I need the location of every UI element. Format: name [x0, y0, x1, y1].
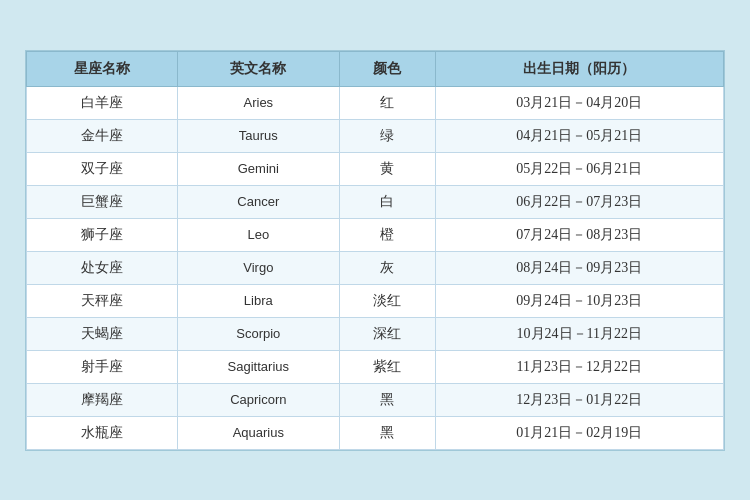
- cell-chinese: 处女座: [27, 251, 178, 284]
- cell-english: Aquarius: [178, 416, 340, 449]
- cell-dates: 07月24日－08月23日: [435, 218, 723, 251]
- cell-dates: 01月21日－02月19日: [435, 416, 723, 449]
- cell-color: 黑: [339, 416, 435, 449]
- cell-color: 黄: [339, 152, 435, 185]
- table-row: 摩羯座Capricorn黑12月23日－01月22日: [27, 383, 724, 416]
- cell-color: 淡红: [339, 284, 435, 317]
- table-row: 射手座Sagittarius紫红11月23日－12月22日: [27, 350, 724, 383]
- table-header-row: 星座名称 英文名称 颜色 出生日期（阳历）: [27, 51, 724, 86]
- table-row: 白羊座Aries红03月21日－04月20日: [27, 86, 724, 119]
- cell-english: Virgo: [178, 251, 340, 284]
- cell-chinese: 双子座: [27, 152, 178, 185]
- cell-color: 绿: [339, 119, 435, 152]
- table-row: 水瓶座Aquarius黑01月21日－02月19日: [27, 416, 724, 449]
- cell-chinese: 狮子座: [27, 218, 178, 251]
- table-row: 天蝎座Scorpio深红10月24日－11月22日: [27, 317, 724, 350]
- cell-english: Scorpio: [178, 317, 340, 350]
- cell-chinese: 巨蟹座: [27, 185, 178, 218]
- table-row: 金牛座Taurus绿04月21日－05月21日: [27, 119, 724, 152]
- header-chinese-name: 星座名称: [27, 51, 178, 86]
- cell-english: Libra: [178, 284, 340, 317]
- cell-chinese: 天秤座: [27, 284, 178, 317]
- table-row: 双子座Gemini黄05月22日－06月21日: [27, 152, 724, 185]
- cell-color: 白: [339, 185, 435, 218]
- cell-color: 紫红: [339, 350, 435, 383]
- cell-english: Leo: [178, 218, 340, 251]
- cell-chinese: 水瓶座: [27, 416, 178, 449]
- table-row: 处女座Virgo灰08月24日－09月23日: [27, 251, 724, 284]
- cell-chinese: 白羊座: [27, 86, 178, 119]
- cell-dates: 10月24日－11月22日: [435, 317, 723, 350]
- header-english-name: 英文名称: [178, 51, 340, 86]
- table-row: 巨蟹座Cancer白06月22日－07月23日: [27, 185, 724, 218]
- cell-dates: 04月21日－05月21日: [435, 119, 723, 152]
- cell-english: Taurus: [178, 119, 340, 152]
- cell-dates: 11月23日－12月22日: [435, 350, 723, 383]
- cell-dates: 08月24日－09月23日: [435, 251, 723, 284]
- cell-color: 红: [339, 86, 435, 119]
- zodiac-table: 星座名称 英文名称 颜色 出生日期（阳历） 白羊座Aries红03月21日－04…: [26, 51, 724, 450]
- cell-color: 黑: [339, 383, 435, 416]
- cell-dates: 06月22日－07月23日: [435, 185, 723, 218]
- cell-english: Cancer: [178, 185, 340, 218]
- cell-dates: 05月22日－06月21日: [435, 152, 723, 185]
- cell-chinese: 射手座: [27, 350, 178, 383]
- cell-dates: 09月24日－10月23日: [435, 284, 723, 317]
- cell-english: Sagittarius: [178, 350, 340, 383]
- table-row: 天秤座Libra淡红09月24日－10月23日: [27, 284, 724, 317]
- header-color: 颜色: [339, 51, 435, 86]
- cell-color: 橙: [339, 218, 435, 251]
- cell-english: Gemini: [178, 152, 340, 185]
- cell-english: Aries: [178, 86, 340, 119]
- cell-chinese: 金牛座: [27, 119, 178, 152]
- table-row: 狮子座Leo橙07月24日－08月23日: [27, 218, 724, 251]
- cell-dates: 12月23日－01月22日: [435, 383, 723, 416]
- cell-color: 灰: [339, 251, 435, 284]
- cell-color: 深红: [339, 317, 435, 350]
- zodiac-table-container: 星座名称 英文名称 颜色 出生日期（阳历） 白羊座Aries红03月21日－04…: [25, 50, 725, 451]
- cell-dates: 03月21日－04月20日: [435, 86, 723, 119]
- cell-chinese: 摩羯座: [27, 383, 178, 416]
- cell-english: Capricorn: [178, 383, 340, 416]
- header-dates: 出生日期（阳历）: [435, 51, 723, 86]
- cell-chinese: 天蝎座: [27, 317, 178, 350]
